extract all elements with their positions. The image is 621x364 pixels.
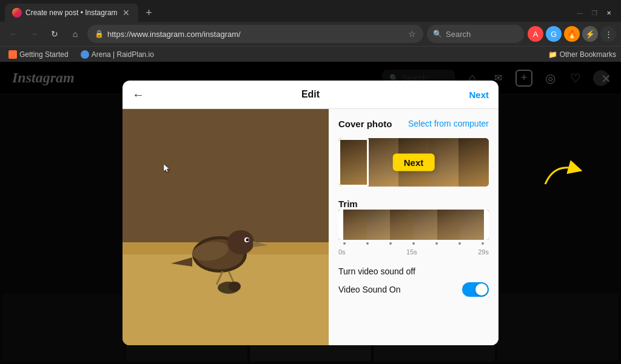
sound-row: Video Sound On [338,282,489,297]
modal-overlay: ← Edit Next [0,62,621,364]
trim-dot [435,242,438,245]
modal-header: ← Edit Next [123,81,498,109]
bookmark-arena[interactable]: Arena | RaidPlan.io [77,49,158,60]
trim-frame-5 [437,210,461,240]
sound-toggle[interactable] [462,282,489,297]
active-tab[interactable]: Create new post • Instagram ✕ [5,4,138,22]
nav-bar: ← → ↻ ⌂ 🔒 https://www.instagram.com/inst… [0,22,621,46]
tab-favicon [12,8,22,18]
refresh-button[interactable]: ↻ [46,25,63,42]
browser-chrome: Create new post • Instagram ✕ + — ❐ ✕ ← … [0,0,621,62]
bookmark-getting-started[interactable]: Getting Started [5,49,72,60]
trim-dot [458,242,461,245]
trim-frame-2 [367,210,391,240]
svg-point-12 [229,282,241,291]
select-from-computer-link[interactable]: Select from computer [408,119,489,128]
window-controls: — ❐ ✕ [575,8,616,18]
cover-next-overlay: Next [338,138,489,187]
trim-dots [338,242,489,245]
other-bookmarks[interactable]: 📁 Other Bookmarks [548,50,616,59]
sound-section-label: Turn video sound off [338,266,489,276]
svg-point-5 [227,230,254,254]
trim-section: Trim [338,199,489,257]
browser-search-bar[interactable]: 🔍 Search [427,25,524,43]
close-window-button[interactable]: ✕ [604,8,614,18]
trim-handle-right[interactable] [484,210,489,240]
extension-icon-4[interactable]: ⚡ [582,26,598,42]
tab-title: Create new post • Instagram [25,8,118,17]
trim-dot [482,242,484,245]
trim-dot [389,242,392,245]
bookmark-label-arena: Arena | RaidPlan.io [92,50,154,59]
bookmarks-bar: Getting Started Arena | RaidPlan.io 📁 Ot… [0,46,621,62]
cover-photo-filmstrip[interactable]: Next [338,138,489,187]
minimize-button[interactable]: — [575,8,585,18]
bookmark-favicon-getting [8,50,17,59]
sound-value: Video Sound On [338,285,401,294]
sound-section: Turn video sound off Video Sound On [338,266,489,297]
toggle-knob [475,283,488,296]
trim-frame-3 [390,210,414,240]
home-button[interactable]: ⌂ [67,25,84,42]
timestamp-mid: 15s [406,248,417,256]
other-bookmarks-label: Other Bookmarks [560,50,616,59]
timestamp-end: 29s [478,248,489,256]
next-arrow-annotation [542,160,585,193]
cover-photo-label: Cover photo [338,119,392,129]
trim-frame-1 [343,210,367,240]
address-bar[interactable]: 🔒 https://www.instagram.com/instagram/ ☆ [87,25,423,43]
modal-body: Cover photo Select from computer [123,109,498,345]
video-frame [123,109,329,345]
search-icon: 🔍 [433,30,442,38]
trim-handle-left[interactable] [338,210,343,240]
modal-title: Edit [301,89,320,100]
extension-icon-1[interactable]: A [528,26,543,42]
edit-modal: ← Edit Next [123,81,498,345]
instagram-background: Instagram 🔍 Search ⌂ ✉ + ◎ ♡ ✕ [0,62,621,364]
trim-timestamps: 0s 15s 29s [338,247,489,257]
trim-label: Trim [338,199,358,209]
timestamp-start: 0s [338,248,346,256]
right-panel: Cover photo Select from computer [329,109,498,345]
bookmark-label-getting: Getting Started [19,50,69,59]
modal-back-button[interactable]: ← [132,88,144,102]
extension-icon-2[interactable]: G [546,26,562,42]
modal-next-button[interactable]: Next [469,90,489,100]
browser-extensions: A G 🔥 ⚡ ⋮ [528,26,616,42]
trim-track[interactable] [338,210,489,240]
back-arrow-icon: ← [132,88,144,102]
search-text: Search [446,30,471,39]
trim-dot [343,242,346,245]
back-button[interactable]: ← [5,25,22,42]
extension-menu[interactable]: ⋮ [600,26,616,42]
tab-close-button[interactable]: ✕ [121,8,131,18]
extension-icon-3[interactable]: 🔥 [564,26,580,42]
trim-dot [366,242,369,245]
forward-button[interactable]: → [25,25,42,42]
bookmark-favicon-arena [81,50,89,59]
url-text: https://www.instagram.com/instagram/ [107,30,404,39]
video-preview [123,109,329,345]
svg-point-7 [246,239,249,242]
trim-dot [412,242,415,245]
lock-icon: 🔒 [95,30,104,38]
new-tab-button[interactable]: + [141,4,158,21]
trim-frames [343,210,484,240]
next-bubble[interactable]: Next [393,154,435,171]
tab-bar: Create new post • Instagram ✕ + — ❐ ✕ [0,0,621,22]
trim-frame-4 [414,210,437,240]
svg-rect-2 [123,109,329,242]
bookmark-star-icon[interactable]: ☆ [408,29,416,39]
trim-frame-6 [460,210,484,240]
maximize-button[interactable]: ❐ [589,8,599,18]
cover-photo-section: Cover photo Select from computer [338,119,489,130]
folder-icon: 📁 [548,50,557,59]
